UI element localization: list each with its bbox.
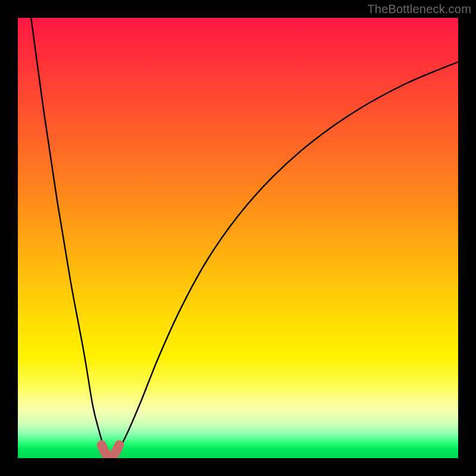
curve-right-branch: [115, 62, 458, 456]
watermark-text: TheBottleneck.com: [367, 2, 471, 16]
curve-layer: [18, 18, 458, 458]
curve-left-branch: [31, 18, 108, 456]
chart-frame: TheBottleneck.com: [0, 0, 476, 476]
valley-marker: [102, 445, 120, 456]
plot-area: [18, 18, 458, 458]
